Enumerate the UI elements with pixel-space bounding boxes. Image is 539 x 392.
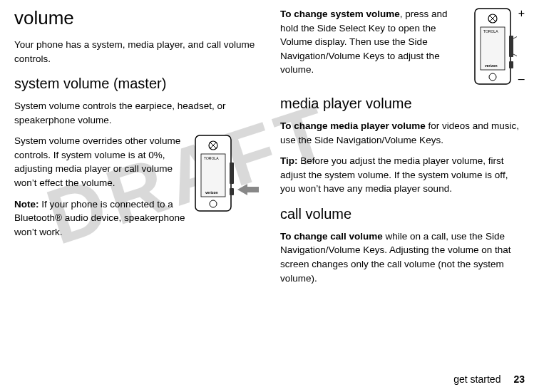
brand-label-bottom: verizon	[485, 63, 498, 68]
system-volume-heading: system volume (master)	[14, 76, 259, 92]
media-player-heading: media player volume	[280, 96, 525, 112]
svg-rect-10	[509, 36, 513, 57]
page-number: 23	[513, 373, 525, 385]
svg-line-13	[513, 36, 517, 38]
change-call-label: To change call volume	[280, 231, 383, 242]
svg-rect-11	[509, 61, 513, 68]
system-volume-p1: System volume controls the earpiece, hea…	[14, 99, 259, 127]
tip-label: Tip:	[280, 155, 298, 166]
brand-label-bottom: verizon	[205, 190, 218, 195]
phone-icon: TOROLA verizon	[191, 134, 237, 212]
change-call-paragraph: To change call volume while on a call, u…	[280, 229, 525, 285]
page-footer: get started23	[453, 373, 525, 385]
change-media-label: To change media player volume	[280, 120, 426, 131]
system-volume-block: TOROLA verizon System volume overrides o…	[14, 134, 259, 246]
brand-label-top: TOROLA	[483, 29, 498, 33]
brand-label-top: TOROLA	[204, 156, 219, 160]
svg-rect-4	[230, 188, 234, 195]
plus-icon: +	[518, 7, 525, 20]
note-label: Note:	[14, 199, 39, 210]
phone-diagram-right: TOROLA verizon + –	[471, 7, 525, 86]
volume-indicator: + –	[518, 7, 525, 86]
change-system-label: To change system volume	[280, 9, 400, 19]
svg-rect-3	[230, 163, 234, 184]
footer-label: get started	[453, 373, 500, 385]
right-column: TOROLA verizon + – To change system volu…	[280, 7, 525, 363]
change-system-block: TOROLA verizon + – To change system volu…	[280, 7, 525, 86]
phone-diagram-left: TOROLA verizon	[191, 134, 259, 212]
left-column: volume Your phone has a system, media pl…	[14, 7, 259, 363]
arrow-icon	[237, 134, 259, 212]
page-content: volume Your phone has a system, media pl…	[0, 0, 539, 363]
tip-text: Before you adjust the media player volum…	[280, 155, 508, 194]
intro-paragraph: Your phone has a system, media player, a…	[14, 38, 259, 66]
svg-line-14	[513, 54, 517, 57]
call-volume-heading: call volume	[280, 206, 525, 222]
tip-paragraph: Tip: Before you adjust the media player …	[280, 154, 525, 196]
phone-icon: TOROLA verizon	[471, 7, 517, 86]
change-media-paragraph: To change media player volume for videos…	[280, 119, 525, 147]
volume-heading: volume	[14, 7, 259, 29]
svg-marker-6	[237, 184, 259, 195]
note-text: If your phone is connected to a Bluetoot…	[14, 199, 185, 237]
minus-icon: –	[518, 73, 525, 86]
